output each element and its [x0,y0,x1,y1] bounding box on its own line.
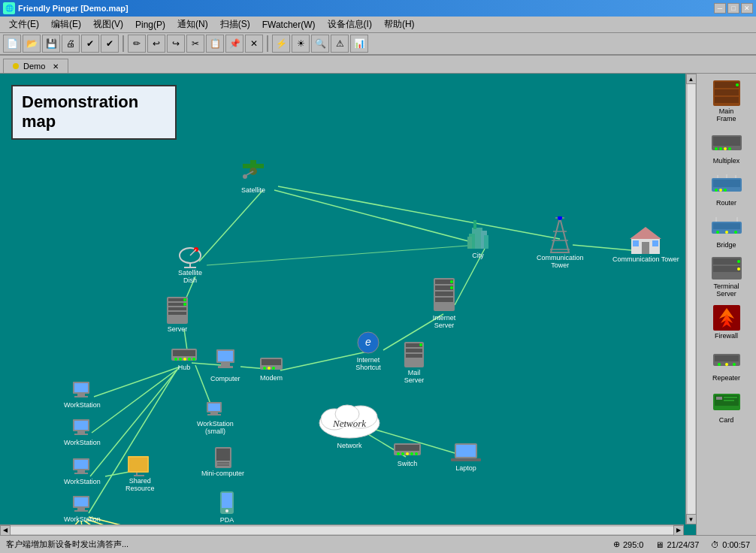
menu-help[interactable]: 帮助(H) [378,17,421,32]
node-satellite-dish[interactable]: Satellite Dish [175,239,205,284]
node-network[interactable]: Network Network [316,400,383,449]
node-internet-shortcut[interactable]: e Internet Shortcut [355,329,382,371]
node-laptop[interactable]: Laptop [451,442,481,472]
svg-rect-110 [435,292,453,296]
sidebar-item-multiplex[interactable]: Multiplex [698,126,754,167]
network-cloud-icon: Network [316,400,383,442]
city-label: City [472,252,484,259]
svg-rect-53 [218,366,233,368]
node-mail-server[interactable]: Mail Server [402,340,426,384]
svg-rect-160 [715,97,739,103]
toolbar-btn5[interactable]: ✔ [81,35,99,53]
node-town[interactable]: Communication Tower [612,224,679,263]
node-switch[interactable]: Switch [392,440,422,467]
minimize-button[interactable]: ─ [714,3,726,14]
save-button[interactable]: 💾 [42,35,60,53]
hub-label: Hub [178,364,191,371]
toolbar-cut[interactable]: ✂ [186,35,204,53]
node-ws3[interactable]: WorkStation [64,457,101,485]
menu-file[interactable]: 文件(E) [3,17,45,32]
mini-computer-icon [212,446,234,470]
svg-rect-177 [713,223,740,229]
sidebar-item-terminal-server[interactable]: Terminal Server [698,252,754,300]
tab-label: Demo [23,62,45,71]
town-label: Communication Tower [612,255,679,263]
menu-notify[interactable]: 通知(N) [171,17,214,32]
node-pda[interactable]: PDA [218,491,236,524]
menu-bar: 文件(E) 编辑(E) 视图(V) Ping(P) 通知(N) 扫描(S) FW… [0,17,756,33]
scroll-down-btn[interactable]: ▼ [686,514,697,524]
node-ws2[interactable]: WorkStation [64,418,101,446]
node-ws1[interactable]: WorkStation [64,380,101,409]
time-icon: ⏱ [711,540,719,549]
toolbar-undo[interactable]: ↩ [147,35,165,53]
scroll-left-btn[interactable]: ◀ [0,525,11,536]
scroll-v[interactable]: ▲ ▼ [685,74,696,524]
scroll-h[interactable]: ◀ ▶ [0,524,684,535]
sidebar-item-bridge[interactable]: Bridge [698,210,754,251]
toolbar: 📄 📂 💾 🖨 ✔ ✔ ✏ ↩ ↪ ✂ 📋 📌 ✕ ⚡ ☀ 🔍 ⚠ 📊 [0,33,756,56]
toolbar-export[interactable]: 📊 [350,35,368,53]
node-mini-computer[interactable]: Mini-computer [201,446,244,477]
menu-device-info[interactable]: 设备信息(I) [322,17,378,32]
new-button[interactable]: 📄 [3,35,21,53]
close-button[interactable]: ✕ [741,3,753,14]
toolbar-search[interactable]: 🔍 [311,35,329,53]
svg-point-194 [718,363,721,366]
node-internet-server[interactable]: Internet Server [431,276,458,329]
menu-edit[interactable]: 编辑(E) [45,17,87,32]
toolbar-alert[interactable]: ⚠ [331,35,349,53]
toolbar-paste[interactable]: 📌 [225,35,243,53]
status-bar: 客户端增加新设备时发出滴答声... ⊕ 295:0 🖥 21/24/37 ⏱ 0… [0,535,756,553]
svg-point-41 [183,298,186,301]
svg-rect-135 [451,458,481,461]
node-city[interactable]: City [464,220,491,259]
sidebar-item-repeater[interactable]: Repeater [698,343,754,384]
node-modem[interactable]: Modem [259,353,284,382]
maximize-button[interactable]: □ [727,3,739,14]
menu-ping[interactable]: Ping(P) [129,18,171,32]
open-button[interactable]: 📂 [23,35,41,53]
node-ws4[interactable]: WorkStation [64,494,101,523]
sidebar-item-card[interactable]: Card [698,385,754,426]
ws-small-icon [204,400,225,420]
toolbar-btn6[interactable]: ✔ [101,35,119,53]
svg-rect-73 [77,508,85,510]
status-message-section: 客户端增加新设备时发出滴答声... [6,539,129,550]
toolbar-redo[interactable]: ↪ [167,35,185,53]
tab-demo[interactable]: Demo ✕ [3,59,68,73]
svg-rect-66 [74,434,88,435]
sidebar-item-firewall[interactable]: Firewall [698,301,754,342]
svg-rect-81 [217,462,229,464]
menu-fwatcher[interactable]: FWatcher(W) [256,18,322,32]
toolbar-sun[interactable]: ☀ [292,35,310,53]
node-hub[interactable]: Hub [170,346,198,371]
svg-point-182 [734,231,737,234]
toolbar-btn4[interactable]: 🖨 [62,35,80,53]
sidebar-item-mainframe[interactable]: Main Frame [698,77,754,125]
svg-point-186 [737,260,740,263]
node-satellite[interactable]: Satellite [239,156,268,194]
toolbar-edit-btn[interactable]: ✏ [128,35,146,53]
dish-label: Satellite Dish [178,269,202,284]
node-server[interactable]: Server [164,295,191,333]
svg-text:e: e [365,336,371,348]
menu-scan[interactable]: 扫描(S) [214,17,256,32]
node-ws-small[interactable]: WorkStation (small) [197,400,234,435]
node-shared-resource[interactable]: Shared Resource [125,453,155,492]
node-comm-tower[interactable]: Communication Tower [537,216,584,269]
toolbar-copy[interactable]: 📋 [206,35,224,53]
toolbar-delete[interactable]: ✕ [245,35,263,53]
menu-view[interactable]: 视图(V) [87,17,129,32]
svg-rect-82 [217,464,229,466]
svg-rect-87 [129,458,147,471]
toolbar-lightning[interactable]: ⚡ [272,35,290,53]
scroll-right-btn[interactable]: ▶ [673,525,684,536]
status-time-section: ⏱ 0:00:57 [711,540,750,549]
node-computer[interactable]: Computer [210,348,240,382]
sidebar-item-router[interactable]: Router [698,168,754,209]
svg-rect-201 [724,400,734,401]
tab-close-button[interactable]: ✕ [53,62,59,71]
scroll-up-btn[interactable]: ▲ [686,74,697,84]
canvas[interactable]: Demonstration map Satellite [0,74,696,535]
